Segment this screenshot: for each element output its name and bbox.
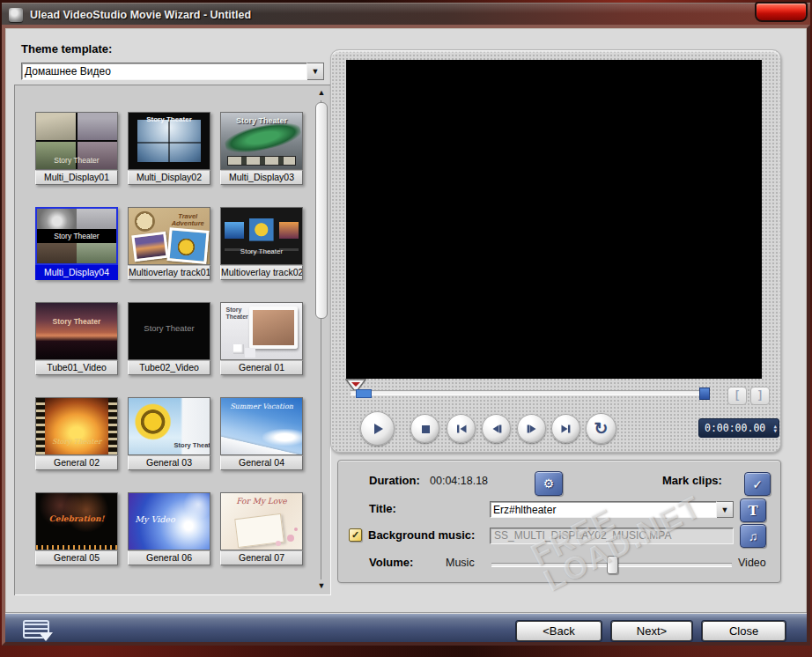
thumbnail-overlay-text: Story Theater [221,116,302,125]
title-bar[interactable]: Ulead VideoStudio Movie Wizard - Untitle… [2,3,810,26]
template-item[interactable]: Story Theater Tube02_Video [128,302,210,375]
theme-dropdown-button[interactable]: ▼ [307,63,324,80]
spin-down-icon: ▼ [773,428,777,432]
mark-out-button[interactable]: ] [750,387,770,405]
template-item[interactable]: My Video General 06 [128,492,210,565]
go-to-start-button[interactable] [447,414,476,443]
next-frame-button[interactable] [517,414,546,443]
volume-slider-handle[interactable] [607,556,618,574]
theme-template-label: Theme template: [21,42,112,55]
duration-value: 00:04:18.18 [430,475,488,487]
preview-screen [346,60,762,379]
repeat-icon: ↻ [594,420,609,437]
thumbnail-overlay-text: My Video [135,514,174,524]
title-combobox[interactable]: Erz#hltheater ▼ [490,501,734,518]
theme-template-value[interactable]: Домашнее Видео [21,63,307,80]
template-list-scrollbar[interactable]: ▲ ▼ [314,86,328,594]
template-item[interactable]: Story Theater Multi_Display03 [220,112,303,185]
volume-music-label: Music [446,557,475,569]
thumbnail-overlay-text: Story Theater [226,306,252,320]
template-thumbnail: Story Theater [220,207,303,265]
settings-button[interactable]: ⚙ [535,471,563,496]
template-label: General 06 [128,550,210,565]
template-item[interactable]: Celebration! General 05 [35,492,118,565]
thumbnail-overlay-text: Story Theater [37,232,116,240]
thumbnail-overlay-text: Story Theater [36,317,117,326]
template-thumbnail: Story Theater [128,397,210,455]
volume-label: Volume: [369,556,413,569]
triangle-down-icon [39,632,53,641]
thumbnail-overlay-text: Summer Vacation [221,402,302,410]
timecode-value: 0:00:00.00 [705,422,765,434]
play-button[interactable] [360,411,395,446]
background-music-checkbox[interactable]: ✓ [349,528,362,542]
go-to-start-icon [454,422,469,436]
template-item[interactable]: Story Theater General 03 [128,397,210,470]
template-item[interactable]: Story Theater General 02 [35,397,118,470]
template-thumbnail: Story Theater [35,397,118,455]
template-item[interactable]: Summer Vacation General 04 [220,397,303,470]
template-label: General 02 [35,455,118,470]
title-value[interactable]: Erz#hltheater [490,501,717,518]
music-note-icon: ♫ [749,529,758,543]
scrollbar-thumb[interactable] [315,102,328,319]
theme-template-combobox[interactable]: Домашнее Видео ▼ [21,63,324,80]
select-music-button[interactable]: ♫ [740,524,766,548]
previous-frame-icon [490,422,504,436]
template-label: General 04 [220,455,303,470]
close-button[interactable]: Close [702,621,786,641]
next-button[interactable]: Next> [611,621,692,641]
mark-in-button[interactable]: [ [727,387,747,405]
duration-label: Duration: [369,474,420,487]
mark-clips-button[interactable]: ✓ [744,472,771,496]
template-label: General 01 [220,360,303,375]
gear-icon: ⚙ [543,476,555,491]
scroll-up-icon[interactable]: ▲ [314,88,328,99]
template-thumbnail: Story Theater [220,302,303,360]
template-label: Multi_Display02 [128,170,210,185]
template-item[interactable]: Story Theater Multioverlay track02 [220,207,303,280]
template-item[interactable]: Story Theater General 01 [220,302,303,375]
close-window-button[interactable] [755,2,808,22]
template-label: General 05 [35,550,118,565]
task-menu-button[interactable] [19,618,55,641]
template-label: Multi_Display01 [35,170,118,185]
template-thumbnail: Story Theater [35,207,118,265]
scroll-down-icon[interactable]: ▼ [314,581,328,592]
chevron-down-icon: ▼ [721,506,729,514]
next-frame-icon [525,422,539,436]
trim-end-handle[interactable] [699,388,710,400]
previous-frame-button[interactable] [482,414,511,443]
background-music-field[interactable]: SS_MULTI_DISPLAY02_MUSIC.MPA [490,528,734,544]
template-item[interactable]: Travel Adventure Multioverlay track01 [128,207,210,280]
stop-button[interactable] [410,414,439,443]
template-label: Multi_Display04 [35,265,118,280]
template-item[interactable]: For My Love General 07 [220,492,303,565]
template-item-selected[interactable]: Story Theater Multi_Display04 [35,207,118,280]
mark-out-icon: ] [758,388,762,401]
template-item[interactable]: Story Theater Multi_Display02 [128,112,210,185]
title-label: Title: [369,502,396,515]
template-label: Multi_Display03 [220,170,303,185]
template-label: Multioverlay track02 [220,265,303,280]
background-music-label: Background music: [368,528,475,542]
edit-title-button[interactable]: T [740,498,766,522]
play-icon [370,421,386,437]
template-item[interactable]: Story Theater Multi_Display01 [35,112,118,185]
trim-start-handle[interactable] [356,389,372,398]
volume-slider[interactable] [491,563,732,566]
go-to-end-button[interactable] [551,414,580,443]
title-dropdown-button[interactable]: ▼ [717,501,734,518]
template-list-panel: Story Theater Multi_Display01 Story Thea… [14,85,331,595]
mark-in-icon: [ [735,388,739,401]
trim-track[interactable] [351,390,709,395]
timecode-display[interactable]: 0:00:00.00 ▲▼ [698,418,779,438]
back-button[interactable]: <Back [516,621,602,641]
timecode-spinner[interactable]: ▲▼ [773,424,777,432]
template-thumbnail: Story Theater [128,112,210,170]
text-T-icon: T [748,503,757,519]
template-item[interactable]: Story Theater Tube01_Video [35,302,118,375]
window-title: Ulead VideoStudio Movie Wizard - Untitle… [30,9,251,21]
thumbnail-overlay-text: For My Love [221,497,302,506]
repeat-button[interactable]: ↻ [586,413,616,444]
